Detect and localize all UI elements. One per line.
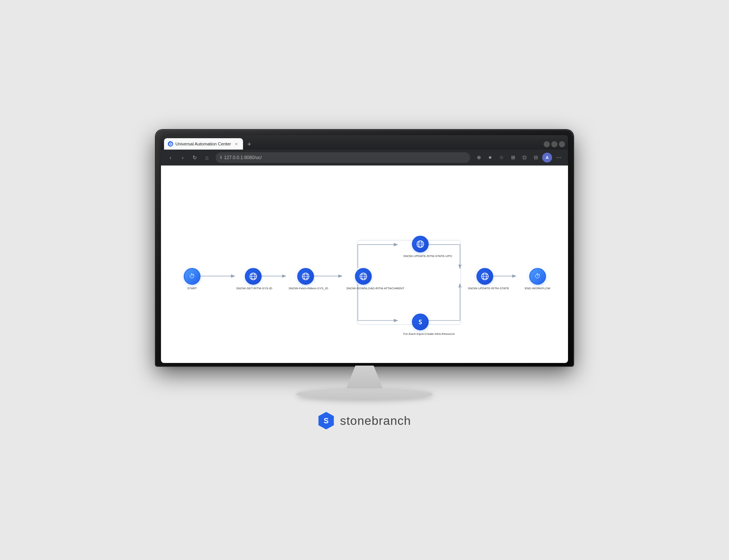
extension-button[interactable]: ⊡	[519, 153, 529, 162]
forward-button[interactable]: ›	[178, 153, 188, 162]
tab-close-button[interactable]: ×	[233, 141, 239, 147]
node-circle-snow-update-upo	[412, 236, 429, 252]
globe-icon-snow-download	[359, 272, 368, 281]
url-text: 127.0.0.1:8080/uc/	[224, 155, 262, 160]
bookmark-button[interactable]: ☆	[497, 153, 507, 162]
node-label-end: END-WORKFLOW	[525, 287, 551, 290]
node-label-snow-fetch: SNOW-Fetch-Rittem-SYS_ID	[289, 287, 323, 290]
read-aloud-button[interactable]: ⊕	[474, 153, 484, 162]
browser-window: Universal Automation Center × + — □ × ‹	[161, 135, 568, 363]
node-label-snow-update-state: SNOW-UPDATE-RITM-STATE	[468, 287, 502, 290]
scene: Universal Automation Center × + — □ × ‹	[137, 130, 592, 430]
stonebranch-logo: S	[318, 411, 335, 430]
new-tab-button[interactable]: +	[244, 139, 254, 150]
minimize-button[interactable]: —	[544, 141, 550, 147]
node-circle-snow-fetch	[297, 268, 314, 285]
node-end[interactable]: ⏱ END-WORKFLOW	[525, 268, 551, 290]
globe-icon-snow-fetch	[301, 272, 310, 281]
tab-bar: Universal Automation Center × +	[164, 135, 540, 150]
node-snow-update-upo[interactable]: SNOW-UPDATE-RITM-STATE-UPO	[403, 236, 437, 258]
downloads-button[interactable]: ⊟	[531, 153, 541, 162]
back-button[interactable]: ‹	[166, 153, 175, 162]
close-button[interactable]: ×	[559, 141, 565, 147]
brand-name: stonebranch	[340, 414, 411, 428]
tab-favicon	[168, 141, 173, 147]
nav-buttons: ‹ › ↻ ⌂	[166, 153, 212, 162]
browser-titlebar: Universal Automation Center × + — □ ×	[161, 135, 568, 150]
node-snow-update-state[interactable]: SNOW-UPDATE-RITM-STATE	[468, 268, 502, 290]
node-circle-snow-get	[245, 268, 262, 285]
node-for-each[interactable]: S For-Each-Input-Create-Infra-Resource	[403, 314, 437, 336]
node-circle-for-each: S	[412, 314, 429, 330]
globe-icon-snow-update-state	[481, 272, 489, 281]
node-snow-fetch[interactable]: SNOW-Fetch-Rittem-SYS_ID	[289, 268, 323, 290]
restore-button[interactable]: □	[551, 141, 557, 147]
node-circle-snow-update-state	[477, 268, 493, 285]
script-icon-for-each: S	[418, 319, 422, 326]
node-label-snow-update-upo: SNOW-UPDATE-RITM-STATE-UPO	[403, 254, 437, 258]
tab-title: Universal Automation Center	[175, 142, 231, 146]
browser-omnibar: ‹ › ↻ ⌂ ℹ 127.0.0.1:8080/uc/ ⊕ ★ ☆ ⊞	[161, 150, 568, 166]
node-snow-download[interactable]: SNOW-DOWNLOAD-RITM-ATTACHMENT	[346, 268, 380, 290]
window-controls: — □ ×	[544, 141, 565, 150]
toolbar-right: ⊕ ★ ☆ ⊞ ⊡ ⊟ A ⋯	[474, 153, 563, 162]
node-label-start: START	[187, 287, 197, 290]
favorites-button[interactable]: ★	[485, 153, 495, 162]
monitor-base	[296, 388, 433, 400]
refresh-button[interactable]: ↻	[190, 153, 200, 162]
workflow-connections	[161, 166, 568, 363]
node-start[interactable]: ⏱ START	[184, 268, 200, 290]
home-button[interactable]: ⌂	[202, 153, 212, 162]
node-label-for-each: For-Each-Input-Create-Infra-Resource	[403, 332, 437, 336]
menu-button[interactable]: ⋯	[554, 153, 563, 162]
node-circle-snow-download	[355, 268, 372, 285]
globe-icon-snow-update-upo	[416, 240, 424, 248]
node-circle-start: ⏱	[184, 268, 200, 285]
timer-icon-start: ⏱	[189, 273, 195, 280]
svg-text:S: S	[324, 416, 329, 425]
monitor-shell: Universal Automation Center × + — □ × ‹	[156, 130, 573, 366]
globe-icon-snow-get	[249, 272, 257, 281]
collections-button[interactable]: ⊞	[508, 153, 518, 162]
workflow-canvas: ⏱ START	[161, 166, 568, 363]
node-label-snow-download: SNOW-DOWNLOAD-RITM-ATTACHMENT	[346, 287, 380, 290]
monitor-neck	[342, 366, 387, 388]
node-label-snow-get: SNOW-GET-RITM-SYS-ID	[236, 287, 270, 290]
browser-content: ⏱ START	[161, 166, 568, 363]
lock-icon: ℹ	[220, 155, 222, 160]
monitor: Universal Automation Center × + — □ × ‹	[156, 130, 573, 400]
timer-icon-end: ⏱	[535, 273, 541, 280]
address-bar[interactable]: ℹ 127.0.0.1:8080/uc/	[216, 152, 470, 163]
node-snow-get[interactable]: SNOW-GET-RITM-SYS-ID	[236, 268, 270, 290]
node-circle-end: ⏱	[529, 268, 546, 285]
profile-button[interactable]: A	[542, 153, 552, 162]
active-tab[interactable]: Universal Automation Center ×	[164, 138, 243, 150]
brand-section: S stonebranch	[318, 411, 411, 430]
